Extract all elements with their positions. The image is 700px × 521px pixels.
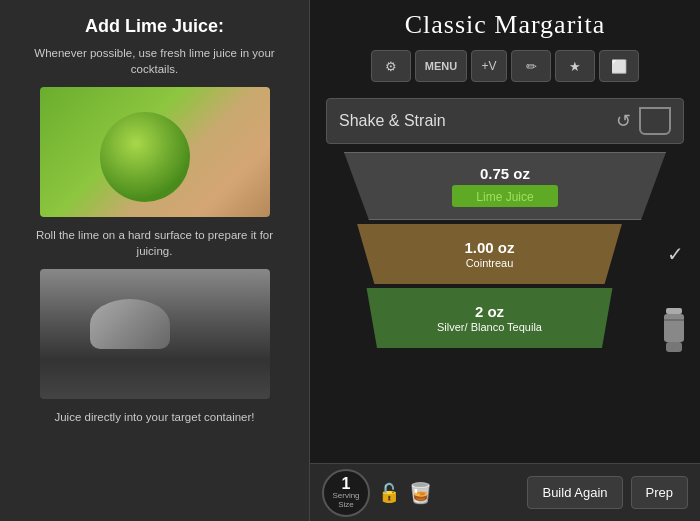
serving-label: ServingSize bbox=[332, 492, 359, 510]
main-container: Add Lime Juice: Whenever possible, use f… bbox=[0, 0, 700, 521]
shaker-icon bbox=[656, 306, 692, 358]
tequila-amount: 2 oz bbox=[475, 303, 504, 321]
serving-number: 1 bbox=[342, 476, 351, 492]
prep-button[interactable]: Prep bbox=[631, 476, 688, 509]
svg-rect-1 bbox=[664, 314, 684, 342]
funnel-tequila: 2 oz Silver/ Blanco Tequila bbox=[359, 288, 621, 348]
timer-icon: ↺ bbox=[616, 110, 631, 132]
ingredient-row-3: 2 oz Silver/ Blanco Tequila ✓ bbox=[326, 288, 684, 348]
glass-bottom-icon: 🥃 bbox=[408, 481, 433, 505]
shake-strain-label: Shake & Strain bbox=[339, 112, 446, 130]
lime-name: Lime Juice bbox=[476, 190, 533, 204]
right-panel: Classic Margarita ⚙ MENU +V ✏ ★ ⬜ Shake … bbox=[310, 0, 700, 521]
tequila-name: Silver/ Blanco Tequila bbox=[437, 321, 542, 333]
tip-text-3: Juice directly into your target containe… bbox=[54, 409, 254, 425]
shake-icons: ↺ bbox=[616, 107, 671, 135]
lime-amount: 0.75 oz bbox=[480, 165, 530, 183]
lime-image bbox=[40, 87, 270, 217]
cointreau-amount: 1.00 oz bbox=[464, 239, 514, 257]
tip-text-1: Whenever possible, use fresh lime juice … bbox=[18, 45, 291, 77]
juicer-image bbox=[40, 269, 270, 399]
glass-icon bbox=[639, 107, 671, 135]
settings-button[interactable]: ⚙ bbox=[371, 50, 411, 82]
shake-strain-bar[interactable]: Shake & Strain ↺ bbox=[326, 98, 684, 144]
star-button[interactable]: ★ bbox=[555, 50, 595, 82]
left-panel: Add Lime Juice: Whenever possible, use f… bbox=[0, 0, 310, 521]
funnel-cointreau: 1.00 oz Cointreau bbox=[346, 224, 634, 284]
right-header: Classic Margarita ⚙ MENU +V ✏ ★ ⬜ bbox=[310, 0, 700, 98]
bottom-bar: 1 ServingSize 🔓 🥃 Build Again Prep bbox=[310, 463, 700, 521]
svg-rect-0 bbox=[666, 308, 682, 314]
svg-rect-2 bbox=[666, 342, 682, 352]
build-again-button[interactable]: Build Again bbox=[527, 476, 622, 509]
funnel-lime: 0.75 oz Lime Juice bbox=[326, 152, 684, 220]
cointreau-check: ✓ bbox=[667, 242, 684, 266]
toolbar: ⚙ MENU +V ✏ ★ ⬜ bbox=[371, 50, 639, 82]
ingredient-row-2: 1.00 oz Cointreau ✓ bbox=[326, 224, 684, 284]
ingredient-row-1: 0.75 oz Lime Juice bbox=[326, 152, 684, 220]
menu-button[interactable]: MENU bbox=[415, 50, 467, 82]
tip-text-2: Roll the lime on a hard surface to prepa… bbox=[18, 227, 291, 259]
cointreau-name: Cointreau bbox=[466, 257, 514, 269]
tip-title: Add Lime Juice: bbox=[85, 16, 224, 37]
lime-highlight: Lime Juice bbox=[452, 185, 557, 207]
edit-button[interactable]: ✏ bbox=[511, 50, 551, 82]
serving-circle: 1 ServingSize bbox=[322, 469, 370, 517]
cocktail-title: Classic Margarita bbox=[405, 10, 606, 40]
share-button[interactable]: ⬜ bbox=[599, 50, 639, 82]
lock-icon: 🔓 bbox=[378, 482, 400, 504]
plus-v-button[interactable]: +V bbox=[471, 50, 507, 82]
